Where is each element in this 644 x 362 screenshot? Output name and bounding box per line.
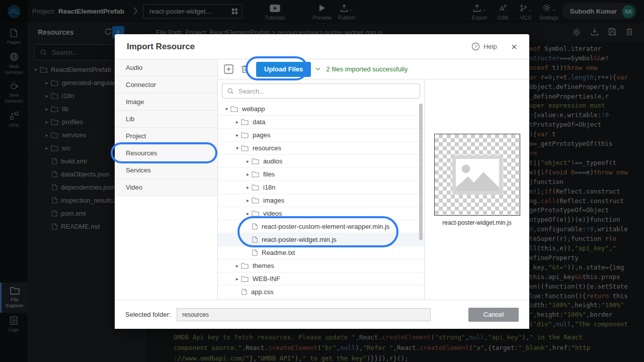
tree-row[interactable]: ▸videos — [218, 207, 424, 220]
resource-type-audio[interactable]: Audio — [115, 59, 217, 76]
folder-icon — [241, 119, 249, 125]
tree-item-label: images — [263, 197, 284, 204]
chevron-down-icon[interactable] — [315, 67, 320, 71]
chevron-right-icon[interactable]: ▸ — [244, 158, 252, 164]
tree-row[interactable]: ▸images — [218, 194, 424, 207]
import-resource-dialog: Import Resource ? Help × AudioConnectorI… — [115, 34, 529, 329]
folder-icon — [241, 276, 249, 282]
upload-files-button[interactable]: Upload Files — [256, 62, 311, 77]
chevron-right-icon[interactable]: ▸ — [233, 119, 241, 125]
image-placeholder-icon — [452, 155, 503, 195]
tree-row[interactable]: ▸WEB-INF — [218, 273, 424, 286]
help-button[interactable]: ? Help — [471, 42, 497, 51]
preview-caption: react-poster-widget.min.js — [425, 219, 529, 226]
tree-item-label: audios — [263, 157, 282, 165]
resource-type-video[interactable]: Video — [115, 179, 217, 196]
close-icon[interactable]: × — [511, 41, 517, 52]
folder-icon — [230, 106, 238, 112]
tree-item-label: react-poster-widget.min.js — [262, 236, 337, 243]
resource-type-nav: AudioConnectorImageLibProjectResourcesSe… — [115, 59, 218, 300]
tree-item-label: videos — [263, 210, 282, 217]
tree-item-label: react-poster-custom-element-wrapper.min.… — [262, 223, 389, 230]
chevron-right-icon[interactable]: ▸ — [233, 132, 241, 138]
tree-row[interactable]: Readme.txt — [218, 246, 424, 259]
tree-item-label: webapp — [242, 105, 265, 113]
tree-row[interactable]: react-poster-widget.min.js — [218, 233, 424, 246]
cancel-button[interactable]: Cancel — [468, 308, 519, 322]
new-folder-icon[interactable] — [224, 64, 233, 74]
tree-row[interactable]: ▾resources — [218, 142, 424, 155]
resource-type-resources[interactable]: Resources — [115, 145, 217, 162]
chevron-right-icon[interactable]: ▸ — [233, 263, 241, 268]
chevron-right-icon[interactable]: ▸ — [244, 171, 252, 177]
chevron-right-icon[interactable]: ▸ — [244, 198, 252, 203]
dialog-title: Import Resource — [127, 42, 195, 52]
folder-icon — [252, 210, 259, 217]
chevron-down-icon[interactable]: ▾ — [233, 145, 241, 151]
chevron-right-icon[interactable]: ▸ — [244, 185, 252, 190]
tree-row[interactable]: ▸files — [218, 168, 424, 181]
tree-row[interactable]: app.css — [218, 286, 424, 299]
tree-item-label: files — [263, 170, 275, 178]
dialog-toolbar: Upload Files 2 files imported successful… — [218, 59, 529, 79]
svg-text:?: ? — [474, 44, 477, 49]
modal-file-tree: ▾webapp▸data▸pages▾resources▸audios▸file… — [218, 103, 424, 299]
dialog-header: Import Resource ? Help × — [115, 34, 529, 59]
tree-item-label: i18n — [263, 184, 276, 191]
scrollbar-thumb[interactable] — [419, 104, 423, 240]
tree-row[interactable]: ▸i18n — [218, 181, 424, 194]
folder-icon — [252, 197, 259, 204]
help-label: Help — [484, 43, 497, 50]
tree-item-label: data — [253, 118, 265, 126]
dialog-body: AudioConnectorImageLibProjectResourcesSe… — [115, 59, 529, 300]
resource-type-image[interactable]: Image — [115, 94, 217, 111]
folder-icon — [241, 262, 249, 269]
file-icon — [252, 236, 258, 243]
folder-icon — [241, 145, 249, 151]
modal-search-input[interactable] — [237, 87, 415, 96]
resource-type-services[interactable]: Services — [115, 162, 217, 179]
folder-icon — [252, 158, 259, 164]
resource-type-lib[interactable]: Lib — [115, 111, 217, 128]
selected-folder-label: Selected folder: — [125, 311, 171, 318]
chevron-right-icon[interactable]: ▸ — [233, 276, 241, 282]
search-icon — [227, 87, 234, 95]
tree-item-label: resources — [253, 144, 281, 152]
preview-pane: react-poster-widget.min.js — [424, 79, 529, 300]
help-icon: ? — [471, 42, 480, 51]
chevron-right-icon[interactable]: ▸ — [244, 211, 252, 216]
tree-item-label: app.css — [251, 288, 274, 296]
tree-item-label: WEB-INF — [253, 275, 280, 283]
folder-icon — [252, 184, 259, 191]
tree-row[interactable]: ▾webapp — [218, 103, 424, 116]
tree-row[interactable]: ▸data — [218, 116, 424, 129]
tree-item-label: themes — [253, 262, 274, 269]
tree-row[interactable]: react-poster-custom-element-wrapper.min.… — [218, 220, 424, 233]
dialog-footer: Selected folder: Cancel — [115, 300, 529, 329]
import-success-message: 2 files imported successfully — [326, 65, 408, 73]
file-icon — [252, 223, 258, 230]
modal-search[interactable] — [222, 83, 420, 99]
selected-folder-input[interactable] — [177, 308, 431, 321]
tree-row[interactable]: ▸themes — [218, 259, 424, 273]
tree-item-label: Readme.txt — [262, 249, 295, 256]
trash-icon[interactable] — [241, 65, 249, 73]
tree-item-label: pages — [253, 131, 270, 139]
resource-type-connector[interactable]: Connector — [115, 76, 217, 94]
file-browser: ▾webapp▸data▸pages▾resources▸audios▸file… — [218, 79, 424, 300]
file-icon — [242, 289, 247, 295]
resource-type-project[interactable]: Project — [115, 128, 217, 145]
app-window: Project: ReactElementPrefab react-poster… — [0, 0, 644, 362]
chevron-down-icon[interactable]: ▾ — [223, 106, 230, 112]
tree-row[interactable]: ▸audios — [218, 155, 424, 168]
tree-row[interactable]: ▸pages — [218, 129, 424, 142]
folder-icon — [241, 132, 249, 138]
file-icon — [252, 249, 258, 256]
folder-icon — [252, 171, 259, 177]
image-preview — [434, 134, 520, 216]
